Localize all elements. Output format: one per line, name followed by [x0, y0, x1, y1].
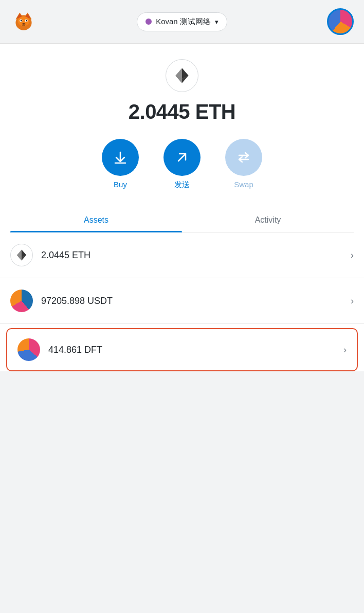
tab-assets[interactable]: Assets — [10, 208, 182, 232]
actions-row: Buy 发送 Swap — [102, 139, 262, 190]
swap-action[interactable]: Swap — [225, 139, 262, 189]
dft-chevron-icon: › — [343, 345, 347, 355]
network-label: Kovan 测试网络 — [156, 17, 211, 27]
eth-chevron-icon: › — [351, 250, 354, 261]
dft-amount: 414.861 DFT — [48, 345, 343, 355]
eth-logo-icon — [166, 59, 198, 92]
asset-row-dft[interactable]: 414.861 DFT › — [6, 328, 358, 371]
buy-button[interactable] — [102, 139, 139, 176]
usdt-amount: 97205.898 USDT — [41, 296, 351, 306]
send-label: 发送 — [174, 180, 190, 190]
asset-list: 2.0445 ETH › 97205.898 USDT › 414.861 DF… — [0, 232, 364, 371]
tabs-row: Assets Activity — [10, 208, 354, 232]
tab-activity[interactable]: Activity — [182, 208, 354, 232]
asset-row-usdt[interactable]: 97205.898 USDT › — [0, 278, 364, 324]
swap-button[interactable] — [225, 139, 262, 176]
header: Kovan 测试网络 ▾ — [0, 0, 364, 44]
send-button[interactable] — [163, 139, 201, 176]
swap-label: Swap — [234, 180, 253, 189]
avatar[interactable] — [327, 8, 354, 35]
asset-row-eth[interactable]: 2.0445 ETH › — [0, 232, 364, 278]
network-selector[interactable]: Kovan 测试网络 ▾ — [137, 12, 227, 31]
dft-token-icon — [17, 338, 40, 361]
eth-amount: 2.0445 ETH — [41, 250, 351, 261]
buy-label: Buy — [114, 180, 127, 189]
send-action[interactable]: 发送 — [163, 139, 201, 190]
svg-line-18 — [178, 154, 186, 161]
metamask-logo — [10, 7, 37, 36]
network-dot — [145, 19, 152, 25]
buy-action[interactable]: Buy — [102, 139, 139, 189]
eth-token-icon — [10, 244, 33, 266]
wallet-balance: 2.0445 ETH — [129, 100, 235, 123]
chevron-down-icon: ▾ — [215, 18, 219, 26]
main-content: 2.0445 ETH Buy 发送 — [0, 44, 364, 232]
svg-point-7 — [22, 23, 25, 25]
svg-point-11 — [26, 20, 27, 21]
usdt-token-icon — [10, 290, 33, 312]
usdt-chevron-icon: › — [351, 296, 354, 306]
svg-point-10 — [21, 20, 22, 21]
